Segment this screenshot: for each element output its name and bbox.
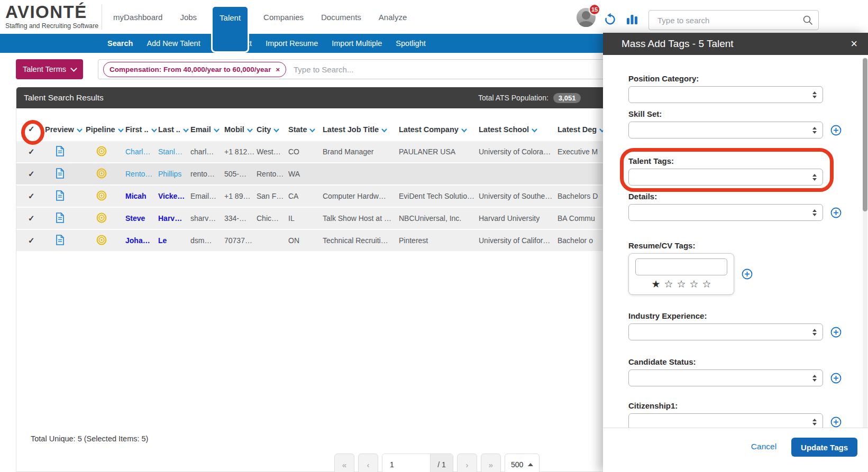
topnav-item-companies[interactable]: Companies (260, 13, 307, 22)
star-empty-icon[interactable]: ☆ (690, 279, 699, 289)
row-select-cell[interactable]: ✓ (24, 147, 45, 156)
preview-document-icon[interactable] (56, 212, 65, 223)
preview-document-icon[interactable] (56, 235, 65, 245)
column-header-state[interactable]: State (288, 125, 323, 134)
row-check-icon[interactable]: ✓ (24, 147, 35, 156)
select-all-check-icon[interactable]: ✓ (24, 124, 35, 134)
pipeline-cell[interactable] (86, 235, 125, 247)
compensation-filter-chip[interactable]: Compensation: From 40,000/year to 60,000… (103, 62, 286, 77)
star-empty-icon[interactable]: ☆ (677, 279, 686, 289)
add-candidate-status-button[interactable] (830, 373, 842, 384)
add-skill-set-button[interactable] (830, 125, 842, 136)
column-header-latest-company[interactable]: Latest Company (399, 125, 479, 134)
first-name-link[interactable]: Micah (125, 192, 147, 200)
search-icon[interactable] (802, 15, 813, 25)
last-name-link[interactable]: Harv… (158, 214, 182, 223)
pipeline-target-icon[interactable] (96, 146, 107, 156)
column-header-preview[interactable]: Preview (45, 125, 86, 134)
subnav-item-search[interactable]: Search (107, 39, 133, 48)
column-header-latest-job-title[interactable]: Latest Job Title (323, 125, 399, 134)
column-header-latest-school[interactable]: Latest School (479, 125, 558, 134)
column-header-pipeline[interactable]: Pipeline (86, 125, 125, 134)
last-name-link[interactable]: Le (158, 236, 167, 245)
preview-document-icon[interactable] (56, 190, 65, 201)
page-number-input[interactable] (382, 454, 430, 472)
pagination-last-button[interactable]: » (481, 454, 501, 472)
cancel-button[interactable]: Cancel (751, 442, 776, 451)
first-name-link[interactable]: Rento… (125, 170, 152, 178)
add-industry-experience-button[interactable] (830, 327, 842, 338)
filter-search-input[interactable] (293, 64, 613, 75)
row-select-cell[interactable]: ✓ (24, 191, 45, 201)
pipeline-cell[interactable] (86, 212, 125, 225)
pipeline-cell[interactable] (86, 168, 125, 180)
pipeline-cell[interactable] (86, 190, 125, 202)
add-citizenship1-button[interactable] (830, 417, 842, 428)
star-empty-icon[interactable]: ☆ (702, 279, 711, 289)
close-icon[interactable]: × (851, 38, 857, 50)
pipeline-cell[interactable] (86, 146, 125, 158)
talent-terms-button[interactable]: Talent Terms (16, 59, 83, 79)
update-tags-button[interactable]: Update Tags (791, 438, 857, 457)
topnav-item-documents[interactable]: Documents (318, 13, 364, 22)
pagination-prev-button[interactable]: ‹ (358, 454, 378, 472)
preview-cell[interactable] (45, 235, 86, 247)
star-empty-icon[interactable]: ☆ (664, 279, 673, 289)
preview-cell[interactable] (45, 168, 86, 180)
column-header-first[interactable]: First .. (125, 125, 158, 134)
preview-cell[interactable] (45, 190, 86, 202)
dropdown-details[interactable] (628, 204, 823, 221)
row-check-icon[interactable]: ✓ (24, 214, 35, 223)
global-search-input[interactable] (656, 15, 802, 25)
pipeline-target-icon[interactable] (96, 212, 107, 223)
star-filled-icon[interactable]: ★ (651, 279, 660, 289)
chip-close-icon[interactable]: × (276, 66, 280, 73)
panel-scrollbar-thumb[interactable] (863, 58, 867, 211)
dropdown-position-category[interactable] (628, 86, 823, 103)
dropdown-skill-set[interactable] (628, 122, 823, 138)
resume-tag-input[interactable] (635, 258, 727, 275)
last-name-link[interactable]: Stanl… (158, 147, 182, 156)
preview-document-icon[interactable] (56, 168, 65, 179)
preview-document-icon[interactable] (56, 146, 65, 156)
first-name-link[interactable]: Steve (125, 214, 145, 223)
first-name-link[interactable]: Joha… (125, 236, 150, 245)
first-name-link[interactable]: Charl… (125, 147, 150, 156)
pagination-next-button[interactable]: › (457, 454, 477, 472)
topnav-item-mydashboard[interactable]: myDashboard (110, 13, 166, 22)
column-header-mobil[interactable]: Mobil (224, 125, 257, 134)
undo-icon[interactable] (603, 13, 617, 29)
column-header-last[interactable]: Last .. (158, 125, 190, 134)
row-select-cell[interactable]: ✓ (24, 169, 45, 179)
topnav-item-talent[interactable]: Talent (211, 5, 249, 53)
add-details-button[interactable] (830, 207, 842, 218)
pagination-first-button[interactable]: « (334, 454, 354, 472)
subnav-item-import-resume[interactable]: Import Resume (266, 39, 318, 48)
dropdown-industry-experience[interactable] (628, 323, 823, 340)
preview-cell[interactable] (45, 212, 86, 225)
pipeline-target-icon[interactable] (96, 168, 107, 179)
row-select-cell[interactable]: ✓ (24, 214, 45, 223)
column-header-select-all[interactable]: ✓ (24, 124, 45, 134)
column-header-city[interactable]: City (257, 125, 288, 134)
dropdown-talent-tags[interactable] (628, 169, 823, 186)
pipeline-target-icon[interactable] (96, 190, 107, 201)
bar-chart-icon[interactable] (626, 14, 638, 27)
row-check-icon[interactable]: ✓ (24, 191, 35, 200)
row-check-icon[interactable]: ✓ (24, 169, 35, 178)
subnav-item-spotlight[interactable]: Spotlight (396, 39, 425, 48)
row-check-icon[interactable]: ✓ (24, 236, 35, 245)
column-header-email[interactable]: Email (190, 125, 224, 134)
preview-cell[interactable] (45, 146, 86, 158)
add-resume-cv-tags-button[interactable] (742, 269, 753, 280)
last-name-link[interactable]: Vicke… (158, 192, 185, 200)
subnav-item-add-new-talent[interactable]: Add New Talent (147, 39, 200, 48)
row-select-cell[interactable]: ✓ (24, 236, 45, 245)
pipeline-target-icon[interactable] (96, 235, 107, 245)
topnav-item-jobs[interactable]: Jobs (177, 13, 200, 22)
page-size-selector[interactable]: 500 (505, 454, 540, 472)
subnav-item-import-multiple[interactable]: Import Multiple (332, 39, 382, 48)
notification-badge[interactable]: 15 (589, 4, 600, 15)
topnav-item-analyze[interactable]: Analyze (376, 13, 410, 22)
last-name-link[interactable]: Phillips (158, 170, 181, 178)
